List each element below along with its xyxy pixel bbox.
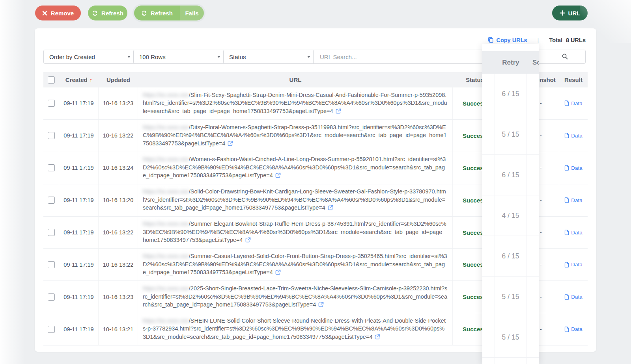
chevron-down-icon: [307, 56, 310, 58]
row-checkbox[interactable]: [48, 229, 55, 236]
page: { "page": { "background": "#edeff1" }, "…: [0, 0, 631, 364]
row-checkbox[interactable]: [48, 100, 55, 107]
remove-button-label: Remove: [51, 10, 74, 17]
data-link[interactable]: Data: [564, 294, 582, 300]
url-text-wrap: https://xx.xxxx.xxx/Women-s-Fashion-Wais…: [143, 155, 448, 180]
data-link[interactable]: Data: [564, 262, 582, 267]
url-text-wrap: https://xx.xxxx.xxx/SHEIN-LUNE-Solid-Col…: [143, 317, 448, 342]
select-all-checkbox[interactable]: [48, 76, 55, 84]
refresh-icon: [92, 10, 98, 16]
external-link-icon[interactable]: [245, 237, 251, 245]
overlay-right-cell: [526, 74, 539, 114]
row-checkbox[interactable]: [48, 197, 55, 204]
row-result-cell: Data: [559, 249, 588, 280]
header-created[interactable]: Created ↑: [59, 76, 99, 83]
overlay-right-cell: [526, 195, 539, 236]
row-checkbox[interactable]: [48, 164, 55, 171]
overlay-right-cell: [526, 317, 539, 357]
overlay-retry-row: 5 / 15: [482, 114, 539, 155]
row-updated: 10-16 13:22: [99, 249, 138, 280]
file-icon: [564, 197, 569, 203]
row-updated: 10-16 13:20: [99, 184, 138, 216]
external-link-icon[interactable]: [375, 334, 380, 342]
row-checkbox[interactable]: [48, 326, 55, 333]
panel-meta-row: Copy URLs | Total 8 URLs: [35, 37, 586, 43]
retry-column-drag-overlay[interactable]: Retry Screenshot 6 / 155 / 156 / 154 / 1…: [482, 44, 539, 364]
row-created: 09-11 17:19: [59, 313, 99, 345]
row-url-cell: https://xx.xxxx.xxx/Summer-Elegant-Bowkn…: [138, 217, 453, 249]
overlay-retry-row: 6 / 15: [482, 155, 539, 195]
overlay-body: 6 / 155 / 156 / 154 / 156 / 155 / 155 / …: [482, 74, 539, 364]
file-icon: [564, 327, 569, 332]
order-by-select[interactable]: Order by Created: [43, 50, 136, 64]
data-link[interactable]: Data: [564, 133, 582, 139]
redacted-domain: https://xx.xxxx.xxx: [143, 318, 189, 324]
row-url-cell: https://xx.xxxx.xxx/SHEIN-LUNE-Solid-Col…: [138, 313, 453, 345]
rows-per-page-select[interactable]: 100 Rows: [133, 50, 226, 64]
row-result-cell: Data: [559, 281, 588, 313]
external-link-icon[interactable]: [328, 204, 333, 213]
refresh-fails-refresh-segment[interactable]: Refresh: [134, 6, 180, 20]
overlay-retry-value: 6 / 15: [495, 74, 526, 114]
redacted-domain: https://xx.xxxx.xxx: [143, 285, 189, 292]
data-link[interactable]: Data: [564, 197, 582, 203]
overlay-screenshot-header: Screenshot: [532, 51, 539, 74]
row-created: 09-11 17:19: [59, 217, 99, 249]
copy-icon: [488, 37, 493, 43]
sort-ascending-icon[interactable]: ↑: [90, 76, 93, 83]
data-link[interactable]: Data: [564, 230, 582, 236]
overlay-retry-value: [495, 358, 526, 364]
header-updated[interactable]: Updated: [99, 76, 138, 83]
overlay-right-cell: [526, 277, 539, 317]
row-checkbox[interactable]: [48, 261, 55, 268]
meta-divider: |: [538, 37, 539, 43]
url-text-wrap: https://xx.xxxx.xxx/Summer-Casual-Layere…: [143, 252, 448, 277]
row-checkbox[interactable]: [48, 132, 55, 139]
overlay-retry-row: 6 / 15: [482, 236, 539, 277]
data-link[interactable]: Data: [564, 165, 582, 171]
external-link-icon[interactable]: [318, 301, 324, 310]
url-text-wrap: https://xx.xxxx.xxx/Solid-Color-Drawstri…: [143, 188, 448, 213]
url-text-wrap: https://xx.xxxx.xxx/2025-Short-Single-Br…: [143, 284, 448, 310]
external-link-icon[interactable]: [275, 172, 281, 180]
data-link[interactable]: Data: [564, 326, 582, 332]
refresh-button[interactable]: Refresh: [88, 6, 127, 20]
external-link-icon[interactable]: [336, 108, 341, 116]
refresh-fails-refresh-label: Refresh: [151, 10, 173, 17]
url-search-input[interactable]: [319, 53, 580, 61]
refresh-fails-fails-segment[interactable]: Fails: [180, 6, 204, 20]
row-created: 09-11 17:19: [59, 87, 99, 119]
data-link[interactable]: Data: [564, 100, 582, 106]
plus-icon: [560, 10, 565, 16]
refresh-icon: [141, 10, 147, 16]
add-url-button[interactable]: URL: [552, 6, 588, 20]
overlay-header: Retry Screenshot: [482, 51, 539, 74]
overlay-retry-row: [482, 358, 539, 364]
search-icon[interactable]: [562, 53, 568, 60]
row-updated: 10-16 13:21: [99, 313, 138, 345]
overlay-right-cell: [526, 114, 539, 154]
rows-per-page-select-value: 100 Rows: [139, 54, 166, 60]
copy-urls-label: Copy URLs: [496, 37, 527, 43]
remove-button[interactable]: Remove: [35, 6, 81, 20]
overlay-left-cell: [482, 317, 495, 357]
copy-urls-link[interactable]: Copy URLs: [488, 37, 527, 43]
row-created: 09-11 17:19: [59, 249, 99, 280]
external-link-icon[interactable]: [228, 140, 233, 149]
status-filter-select[interactable]: Status: [223, 50, 316, 64]
overlay-retry-value: 5 / 15: [495, 114, 526, 154]
overlay-right-cell: [526, 358, 539, 364]
data-link-label: Data: [571, 230, 582, 236]
external-link-icon[interactable]: [275, 269, 281, 277]
data-link-label: Data: [571, 262, 582, 267]
overlay-retry-value: 4 / 15: [495, 195, 526, 236]
row-select-cell: [43, 120, 59, 152]
file-icon: [564, 230, 569, 235]
refresh-fails-button[interactable]: Refresh Fails: [134, 6, 204, 20]
total-label: Total: [549, 37, 562, 43]
overlay-retry-header: Retry: [495, 51, 526, 74]
row-checkbox[interactable]: [48, 293, 55, 301]
row-url-cell: https://xx.xxxx.xxx/Solid-Color-Drawstri…: [138, 184, 453, 216]
overlay-left-cell: [482, 74, 495, 114]
left-edge-glow: [0, 0, 25, 364]
